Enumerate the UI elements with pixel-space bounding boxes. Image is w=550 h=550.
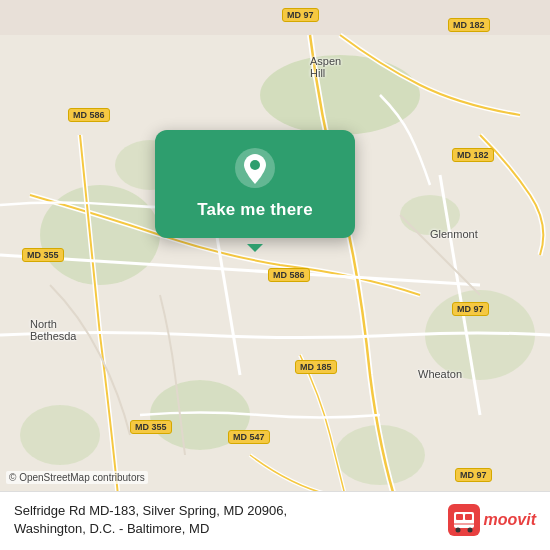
moovit-bus-icon xyxy=(448,504,480,536)
svg-point-14 xyxy=(455,527,460,532)
road-label-md182-mid: MD 182 xyxy=(452,148,494,162)
take-me-there-button[interactable]: Take me there xyxy=(197,200,313,220)
svg-point-10 xyxy=(250,160,260,170)
svg-rect-13 xyxy=(465,514,472,520)
moovit-logo: moovit xyxy=(448,504,536,536)
bottom-info-bar: Selfridge Rd MD-183, Silver Spring, MD 2… xyxy=(0,491,550,550)
svg-point-8 xyxy=(400,195,460,235)
road-label-md547: MD 547 xyxy=(228,430,270,444)
road-label-md586-left: MD 586 xyxy=(68,108,110,122)
navigation-popup: Take me there xyxy=(155,130,355,238)
road-label-md586-mid: MD 586 xyxy=(268,268,310,282)
road-label-md355: MD 355 xyxy=(22,248,64,262)
road-label-md97-top: MD 97 xyxy=(282,8,319,22)
road-label-md185: MD 185 xyxy=(295,360,337,374)
moovit-brand-text: moovit xyxy=(484,511,536,529)
svg-point-6 xyxy=(20,405,100,465)
road-label-md355-bot: MD 355 xyxy=(130,420,172,434)
osm-credit: © OpenStreetMap contributors xyxy=(6,471,148,484)
svg-rect-12 xyxy=(456,514,463,520)
map-container: MD 97 MD 182 MD 586 MD 182 MD 355 MD 586… xyxy=(0,0,550,550)
address-text: Selfridge Rd MD-183, Silver Spring, MD 2… xyxy=(14,502,438,538)
address-line1: Selfridge Rd MD-183, Silver Spring, MD 2… xyxy=(14,503,287,518)
svg-point-2 xyxy=(40,185,160,285)
svg-point-1 xyxy=(260,55,420,135)
location-pin-icon xyxy=(233,146,277,190)
road-label-md97-mid: MD 97 xyxy=(452,302,489,316)
road-label-md97-bot: MD 97 xyxy=(455,468,492,482)
svg-point-15 xyxy=(467,527,472,532)
road-label-md182-top: MD 182 xyxy=(448,18,490,32)
address-line2: Washington, D.C. - Baltimore, MD xyxy=(14,521,209,536)
